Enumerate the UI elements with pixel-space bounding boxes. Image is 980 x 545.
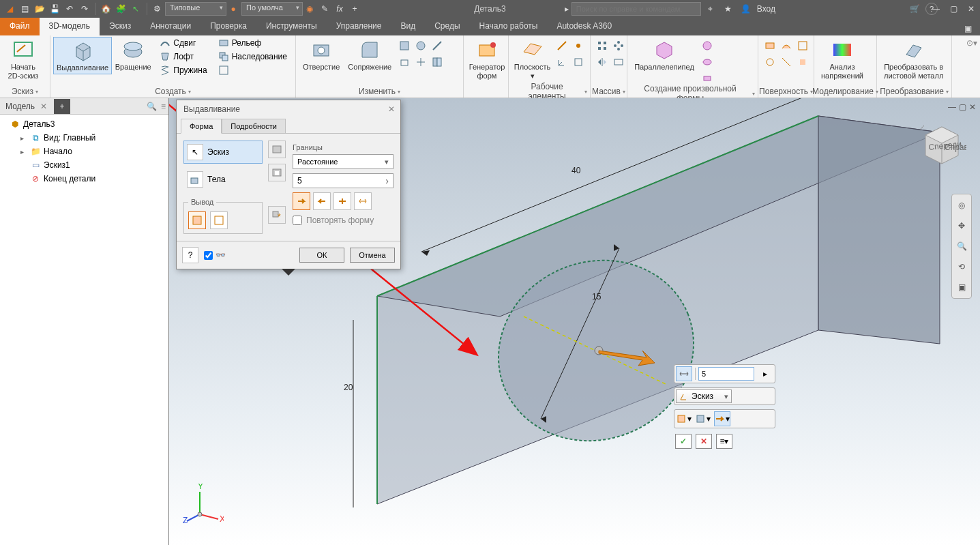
point-button[interactable]	[571, 38, 586, 53]
search-wand-icon[interactable]: ⌖	[704, 2, 717, 16]
mini-options-icon[interactable]: ≡▾	[716, 434, 732, 449]
emboss-button[interactable]: Рельеф	[216, 37, 290, 49]
tab-inspect[interactable]: Проверка	[201, 18, 256, 35]
direction-1-button[interactable]	[293, 192, 310, 210]
tab-a360[interactable]: Autodesk A360	[547, 18, 621, 35]
hole-button[interactable]: Отверстие	[299, 37, 344, 73]
tree-end-of-part[interactable]: ⊘ Конец детали	[3, 172, 166, 186]
mini-operation-icon[interactable]: ▾	[695, 411, 711, 426]
direction-sym-button[interactable]	[333, 192, 351, 210]
convert-sheetmetal-button[interactable]: Преобразовать в листовой металл	[880, 37, 947, 82]
extrude-button[interactable]: Выдавливание	[53, 37, 112, 74]
nav-pan-icon[interactable]: ✥	[955, 219, 968, 233]
modify-grid-3[interactable]	[430, 38, 445, 53]
browser-search-icon[interactable]: 🔍	[147, 102, 157, 111]
mini-profile-combo[interactable]: Эскиз	[676, 389, 732, 403]
tab-getstarted[interactable]: Начало работы	[470, 18, 548, 35]
ribbon-expand-icon[interactable]: ⊙▾	[966, 38, 977, 48]
assy-icon[interactable]: 🧩	[114, 2, 128, 16]
revolve-button[interactable]: Вращение	[112, 37, 154, 73]
plus-icon[interactable]: +	[348, 2, 361, 16]
new-icon[interactable]: ▤	[18, 2, 31, 16]
nav-lookat-icon[interactable]: ▣	[955, 280, 968, 294]
tree-root[interactable]: ⬢ Деталь3	[3, 117, 166, 131]
profile-selector[interactable]: ↖ Эскиз	[183, 141, 263, 164]
browser-add-tab[interactable]: +	[54, 99, 70, 114]
surf-6[interactable]	[795, 55, 810, 70]
appearance-picker-icon[interactable]: ◉	[303, 2, 316, 16]
modify-grid-1[interactable]	[397, 38, 412, 53]
shape-generator-button[interactable]: Генератор форм	[466, 37, 507, 82]
maximize-button[interactable]: ▢	[947, 3, 960, 15]
material-icon[interactable]: ⚙	[150, 2, 164, 16]
freeform-2[interactable]	[700, 55, 715, 70]
surf-4[interactable]	[762, 55, 777, 70]
search-input[interactable]	[571, 2, 701, 16]
dialog-close-icon[interactable]: ✕	[388, 104, 395, 114]
viewcube[interactable]: Спереди Справа	[912, 117, 966, 172]
cancel-button[interactable]: Отмена	[350, 248, 395, 263]
direction-asym-button[interactable]	[354, 192, 372, 210]
home-icon[interactable]: 🏠	[99, 2, 113, 16]
pattern-sketch[interactable]	[611, 55, 626, 70]
direction-2-button[interactable]	[313, 192, 331, 210]
ok-button[interactable]: ОК	[299, 248, 344, 263]
appearance-combo[interactable]: По умолча	[241, 2, 303, 16]
color-sphere-icon[interactable]: ●	[226, 2, 240, 16]
open-icon[interactable]: 📂	[33, 2, 46, 16]
select-icon[interactable]: ↖	[129, 2, 143, 16]
mini-direction-icon[interactable]: ▾	[714, 411, 730, 426]
nav-orbit-icon[interactable]: ⟲	[955, 260, 968, 274]
output-surface-button[interactable]	[210, 211, 228, 229]
freeform-1[interactable]	[700, 38, 715, 53]
workfeat-4[interactable]	[571, 55, 586, 70]
tab-environments[interactable]: Среды	[425, 18, 469, 35]
coil-button[interactable]: Пружина	[157, 64, 209, 76]
nav-wheel-icon[interactable]: ◎	[955, 198, 968, 212]
more-create-button[interactable]	[216, 64, 290, 76]
star-icon[interactable]: ★	[722, 2, 735, 16]
modify-grid-4[interactable]	[397, 55, 412, 70]
mini-ok-button[interactable]: ✓	[675, 434, 692, 449]
tab-manage[interactable]: Управление	[327, 18, 391, 35]
sign-in-label[interactable]: Вход	[757, 4, 775, 14]
dialog-tab-shape[interactable]: Форма	[181, 119, 222, 134]
modify-grid-5[interactable]	[413, 55, 428, 70]
surf-5[interactable]	[779, 55, 794, 70]
tab-3d-model[interactable]: 3D-модель	[40, 18, 100, 35]
tab-view[interactable]: Вид	[391, 18, 425, 35]
derive-button[interactable]: Наследование	[216, 50, 290, 63]
redo-icon[interactable]: ↷	[78, 2, 91, 16]
start-2d-sketch-button[interactable]: Начать 2D-эскиз	[3, 37, 44, 82]
mini-cancel-button[interactable]: ✕	[696, 434, 712, 449]
distance-input[interactable]: 5	[293, 173, 394, 188]
pattern-circ[interactable]	[611, 38, 626, 53]
close-button[interactable]: ✕	[965, 3, 977, 15]
tab-tools[interactable]: Инструменты	[256, 18, 327, 35]
repeat-shape-checkbox[interactable]	[293, 216, 302, 225]
solids-selector[interactable]: Тела	[183, 168, 263, 191]
preview-checkbox[interactable]	[204, 251, 213, 260]
expander-icon[interactable]: ▸	[20, 134, 27, 142]
tree-view[interactable]: ▸ ⧉ Вид: Главный	[3, 131, 166, 145]
dialog-help-button[interactable]: ?	[182, 247, 198, 263]
user-icon[interactable]: 👤	[739, 2, 753, 16]
tab-sketch[interactable]: Эскиз	[100, 18, 140, 35]
browser-menu-icon[interactable]: ≡	[161, 102, 166, 111]
pattern-mirror[interactable]	[595, 55, 610, 70]
save-icon[interactable]: 💾	[48, 2, 61, 16]
fx-icon[interactable]: fx	[333, 2, 346, 16]
loft-button[interactable]: Лофт	[157, 50, 209, 63]
tab-annotate[interactable]: Аннотации	[140, 18, 201, 35]
operation-newsolid-button[interactable]: *	[268, 206, 286, 224]
mini-distance-input[interactable]	[698, 367, 754, 381]
cart-icon[interactable]: 🛒	[908, 2, 921, 16]
minimize-button[interactable]: ―	[930, 3, 942, 15]
sweep-button[interactable]: Сдвиг	[157, 37, 209, 49]
stress-analysis-button[interactable]: Анализ напряжений	[817, 37, 867, 82]
mini-distance-icon[interactable]	[676, 366, 692, 381]
browser-close-tab[interactable]: ✕	[40, 102, 47, 111]
dialog-tab-more[interactable]: Подробности	[222, 119, 286, 134]
file-tab[interactable]: Файл	[0, 18, 40, 35]
tree-sketch1[interactable]: ▭ Эскиз1	[3, 158, 166, 172]
